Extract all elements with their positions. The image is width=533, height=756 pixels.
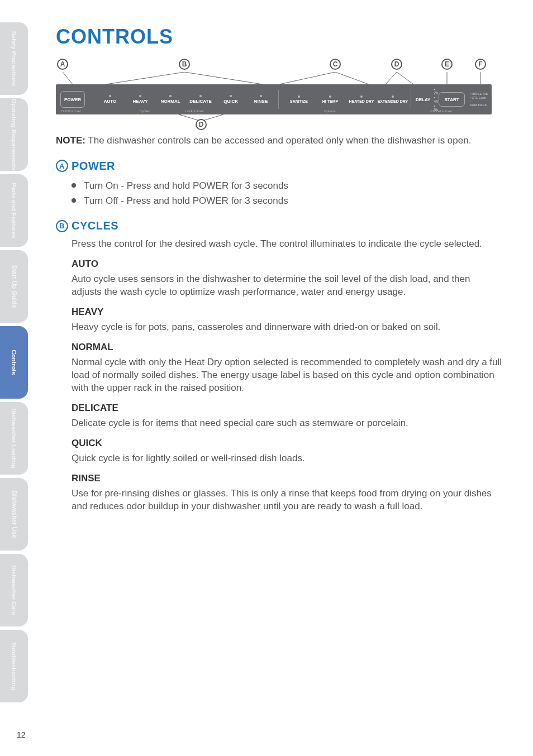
panel-cycle-normal: NORMAL xyxy=(155,95,185,104)
cycle-auto-text: Auto cycle uses sensors in the dishwashe… xyxy=(72,273,503,299)
svg-line-1 xyxy=(106,72,184,84)
section-power-heading: A POWER xyxy=(56,160,503,173)
panel-delay-group: DELAY 2h 4h 8h xyxy=(416,87,439,112)
callout-e: E xyxy=(441,59,453,70)
svg-line-2 xyxy=(184,72,263,84)
callout-d: D xyxy=(391,59,402,70)
cycles-intro: Press the control for the desired wash c… xyxy=(72,238,503,251)
cycle-heavy-text: Heavy cycle is for pots, pans, casserole… xyxy=(72,321,503,334)
tab-use[interactable]: Dishwasher Use xyxy=(0,478,28,551)
tab-troubleshooting[interactable]: Troubleshooting xyxy=(0,630,28,702)
panel-separator xyxy=(278,90,279,109)
panel-cycle-group: AUTO HEAVY NORMAL DELICATE QUICK RINSE xyxy=(95,95,276,104)
cycle-rinse-text: Use for pre-rinsing dishes or glasses. T… xyxy=(72,487,503,513)
panel-power-button: POWER xyxy=(60,91,85,108)
panel-opt-sanitize: SANITIZE xyxy=(283,95,315,104)
callout-c: C xyxy=(330,59,341,70)
svg-line-3 xyxy=(279,72,335,84)
tab-operating[interactable]: Operating Requirements xyxy=(0,98,28,171)
cycle-quick-text: Quick cycle is for lightly soiled or wel… xyxy=(72,452,503,465)
tab-loading[interactable]: Dishwasher Loading xyxy=(0,402,28,475)
cycle-auto-head: AUTO xyxy=(72,259,503,270)
panel-cycle-quick: QUICK xyxy=(216,95,246,104)
panel-opt-extendeddry: EXTENDED DRY xyxy=(377,95,408,104)
power-bullets: Turn On - Press and hold POWER for 3 sec… xyxy=(72,178,503,208)
cycle-delicate-text: Delicate cycle is for items that need sp… xyxy=(72,417,503,430)
panel-lock-label: Lock = 3 sec xyxy=(185,109,204,113)
panel-cancel-sublabel: Cancel = 3 sec xyxy=(430,109,453,113)
svg-line-6 xyxy=(397,72,413,84)
controls-diagram: A B C D E F POWER On/Off = 3 sec AUTO HE… xyxy=(56,59,492,131)
control-panel: POWER On/Off = 3 sec AUTO HEAVY NORMAL D… xyxy=(56,84,492,114)
panel-start-button: START xyxy=(439,92,465,107)
section-cycles-letter: B xyxy=(56,220,68,232)
svg-line-5 xyxy=(386,72,397,84)
cycle-normal-head: NORMAL xyxy=(72,342,503,353)
panel-opt-heateddry: HEATED DRY xyxy=(346,95,377,104)
panel-opt-hitemp: HI TEMP xyxy=(315,95,346,104)
tab-startup[interactable]: Start Up Guide xyxy=(0,250,28,323)
panel-separator-2 xyxy=(411,90,411,109)
panel-options-label: Options xyxy=(324,109,336,113)
note-text: NOTE: The dishwasher controls can be acc… xyxy=(56,135,503,147)
main-content: CONTROLS A B C D E F POWER On/Off = 3 se… xyxy=(56,25,503,521)
callout-d-bottom: D xyxy=(196,119,207,130)
callout-a: A xyxy=(57,59,68,70)
tab-controls[interactable]: Controls xyxy=(0,326,28,399)
section-power-letter: A xyxy=(56,160,68,172)
svg-line-0 xyxy=(63,72,73,84)
panel-cycles-label: Cycles xyxy=(140,109,150,113)
tab-parts[interactable]: Parts and Features xyxy=(0,174,28,247)
cycle-delicate-head: DELICATE xyxy=(72,403,503,414)
tab-safety[interactable]: Safety Precautions xyxy=(0,22,28,95)
panel-cycle-auto: AUTO xyxy=(95,95,125,104)
callout-f: F xyxy=(475,59,486,70)
svg-line-4 xyxy=(335,72,369,84)
section-cycles-heading: B CYCLES xyxy=(56,219,503,232)
power-bullet-on: Turn On - Press and hold POWER for 3 sec… xyxy=(72,178,503,193)
callout-b: B xyxy=(179,59,190,70)
panel-delay-label: DELAY xyxy=(416,97,430,102)
section-cycles-title: CYCLES xyxy=(72,219,118,232)
panel-cycle-heavy: HEAVY xyxy=(125,95,155,104)
cycle-rinse-head: RINSE xyxy=(72,473,503,484)
panel-power-sublabel: On/Off = 3 sec xyxy=(61,109,82,113)
cycle-quick-head: QUICK xyxy=(72,438,503,449)
page-number: 12 xyxy=(17,730,26,739)
callout-lines xyxy=(56,72,492,84)
power-bullet-off: Turn Off - Press and hold POWER for 3 se… xyxy=(72,193,503,208)
panel-start-area: START RINSE AID CTL Lock SANITIZED xyxy=(439,92,488,107)
callout-line-bottom xyxy=(56,114,492,121)
panel-options-group: SANITIZE HI TEMP HEATED DRY EXTENDED DRY xyxy=(283,95,408,104)
panel-cycle-rinse: RINSE xyxy=(246,95,276,104)
section-power-title: POWER xyxy=(72,160,115,173)
sidebar-nav: Safety Precautions Operating Requirement… xyxy=(0,22,28,706)
panel-delay-times: 2h 4h 8h xyxy=(434,87,438,112)
panel-cycle-delicate: DELICATE xyxy=(185,95,216,104)
note-label: NOTE: xyxy=(56,135,85,146)
page-title: CONTROLS xyxy=(56,25,503,49)
cycle-heavy-head: HEAVY xyxy=(72,307,503,318)
panel-indicators: RINSE AID CTL Lock SANITIZED xyxy=(469,92,488,107)
tab-care[interactable]: Dishwasher Care xyxy=(0,554,28,626)
cycle-normal-text: Normal cycle with only the Heat Dry opti… xyxy=(72,356,503,395)
